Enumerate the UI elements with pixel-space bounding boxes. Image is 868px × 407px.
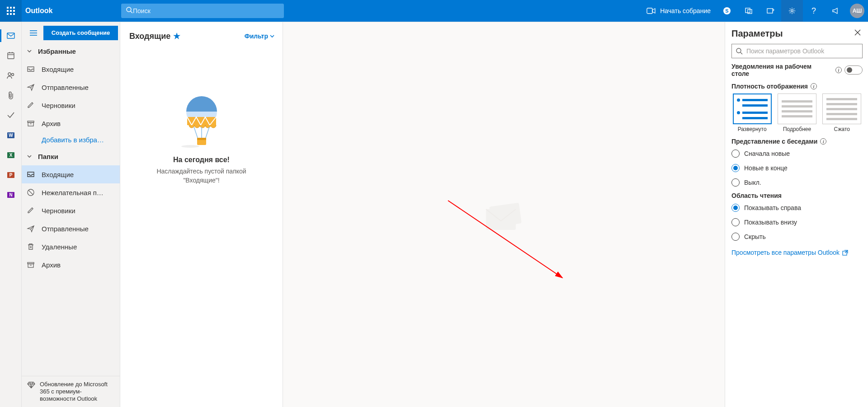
svg-point-48 bbox=[736, 48, 741, 53]
radio-label: Показывать справа bbox=[744, 204, 801, 211]
search-box[interactable] bbox=[121, 4, 284, 18]
radio-label: Выкл. bbox=[744, 179, 761, 186]
search-input[interactable] bbox=[133, 7, 279, 14]
folder-label: Черновики bbox=[42, 207, 116, 215]
info-icon[interactable]: i bbox=[811, 83, 817, 89]
rail-powerpoint[interactable]: P bbox=[0, 165, 22, 185]
svg-rect-2 bbox=[647, 8, 652, 14]
rail-todo[interactable] bbox=[0, 105, 22, 125]
folder-trash[interactable]: Удаленные bbox=[22, 238, 120, 256]
conversation-option-1[interactable]: Новые в конце bbox=[731, 164, 863, 172]
folder-label: Черновики bbox=[42, 102, 116, 109]
svg-text:S: S bbox=[725, 8, 728, 14]
conversation-option-2[interactable]: Выкл. bbox=[731, 178, 863, 187]
avatar[interactable]: АШ bbox=[850, 4, 864, 18]
view-all-settings-link[interactable]: Просмотреть все параметры Outlook bbox=[731, 249, 863, 256]
open-icon bbox=[842, 250, 848, 256]
folder-archive[interactable]: Архив bbox=[22, 114, 120, 132]
svg-line-37 bbox=[194, 127, 198, 138]
star-icon[interactable]: ★ bbox=[173, 31, 180, 41]
excel-icon: X bbox=[6, 150, 15, 159]
radio-icon bbox=[731, 218, 740, 226]
reading-pane-title: Область чтения bbox=[731, 192, 782, 199]
folder-draft[interactable]: Черновики bbox=[22, 201, 120, 220]
skype-icon: S bbox=[723, 7, 731, 15]
settings-panel: Параметры Уведомления на рабочем столе i… bbox=[725, 22, 868, 407]
empty-title: На сегодня все! bbox=[173, 156, 230, 164]
draft-icon bbox=[26, 101, 35, 109]
density-option-2[interactable]: Сжато bbox=[821, 94, 863, 132]
svg-point-42 bbox=[181, 145, 199, 148]
info-icon[interactable]: i bbox=[835, 67, 842, 73]
svg-rect-7 bbox=[767, 9, 773, 13]
inbox-icon bbox=[26, 170, 35, 178]
folder-send[interactable]: Отправленные bbox=[22, 220, 120, 238]
rail-excel[interactable]: X bbox=[0, 145, 22, 165]
reading-pane bbox=[283, 22, 725, 407]
favorites-header[interactable]: Избранные bbox=[22, 42, 120, 60]
folder-archive[interactable]: Архив bbox=[22, 256, 120, 274]
help-icon: ? bbox=[811, 6, 816, 16]
folder-inbox[interactable]: Входящие bbox=[22, 165, 120, 183]
rail-word[interactable]: W bbox=[0, 125, 22, 145]
search-wrap bbox=[121, 4, 284, 18]
skype-button[interactable]: S bbox=[716, 0, 738, 22]
collapse-folders-button[interactable] bbox=[25, 25, 42, 41]
rail-calendar[interactable] bbox=[0, 46, 22, 65]
info-icon[interactable]: i bbox=[820, 138, 826, 145]
conversation-option-0[interactable]: Сначала новые bbox=[731, 150, 863, 158]
filter-button[interactable]: Фильтр bbox=[245, 33, 274, 40]
header: Outlook Начать собрание S ? bbox=[0, 0, 868, 22]
close-settings-button[interactable] bbox=[853, 28, 863, 39]
folders-header[interactable]: Папки bbox=[22, 147, 120, 165]
start-meeting-button[interactable]: Начать собрание bbox=[641, 0, 716, 22]
megaphone-icon bbox=[831, 7, 840, 15]
folder-pane: Создать сообщение Избранные ВходящиеОтпр… bbox=[22, 22, 120, 407]
brand[interactable]: Outlook bbox=[22, 7, 62, 15]
rail-mail[interactable] bbox=[0, 26, 22, 46]
svg-rect-33 bbox=[28, 264, 33, 267]
folder-label: Входящие bbox=[42, 65, 116, 73]
svg-text:N: N bbox=[9, 192, 12, 197]
folders-title: Папки bbox=[38, 153, 58, 160]
folder-label: Отправленные bbox=[42, 225, 116, 233]
reading-pane-option-2[interactable]: Скрыть bbox=[731, 233, 863, 241]
svg-text:W: W bbox=[9, 133, 13, 138]
compose-button[interactable]: Создать сообщение bbox=[43, 26, 118, 40]
radio-icon bbox=[731, 150, 740, 158]
folder-send[interactable]: Отправленные bbox=[22, 78, 120, 96]
rail-files[interactable] bbox=[0, 85, 22, 105]
add-favorite-link[interactable]: Добавить в избра… bbox=[22, 132, 120, 147]
svg-line-39 bbox=[206, 127, 209, 138]
close-icon bbox=[854, 29, 861, 36]
app-launcher[interactable] bbox=[0, 0, 22, 22]
help-button[interactable]: ? bbox=[803, 0, 825, 22]
reading-pane-option-0[interactable]: Показывать справа bbox=[731, 204, 863, 212]
teams-chat-button[interactable] bbox=[738, 0, 760, 22]
archive-icon bbox=[26, 119, 35, 127]
reading-pane-option-1[interactable]: Показывать внизу bbox=[731, 218, 863, 226]
desktop-notifications-toggle[interactable] bbox=[844, 65, 863, 75]
folder-label: Архив bbox=[42, 120, 116, 127]
folder-inbox[interactable]: Входящие bbox=[22, 60, 120, 78]
folder-draft[interactable]: Черновики bbox=[22, 96, 120, 114]
rail-onenote[interactable]: N bbox=[0, 185, 22, 205]
svg-rect-41 bbox=[197, 138, 206, 140]
waffle-icon bbox=[7, 7, 15, 15]
folder-label: Архив bbox=[42, 261, 116, 269]
hamburger-icon bbox=[29, 30, 38, 36]
folder-junk[interactable]: Нежелательная п… bbox=[22, 183, 120, 201]
density-option-0[interactable]: Развернуто bbox=[731, 94, 773, 132]
rail-people[interactable] bbox=[0, 65, 22, 85]
inbox-icon bbox=[26, 65, 35, 73]
conversation-title: Представление с беседами bbox=[731, 138, 817, 145]
radio-icon bbox=[731, 233, 740, 241]
settings-button[interactable] bbox=[781, 0, 803, 22]
megaphone-button[interactable] bbox=[825, 0, 846, 22]
upsell-banner[interactable]: Обновление до Microsoft 365 с премиум-во… bbox=[22, 376, 120, 407]
chevron-down-icon bbox=[25, 154, 33, 159]
settings-search-input[interactable] bbox=[746, 47, 859, 55]
density-option-1[interactable]: Подробнее bbox=[776, 94, 817, 132]
settings-search[interactable] bbox=[731, 44, 863, 58]
my-day-button[interactable] bbox=[760, 0, 781, 22]
